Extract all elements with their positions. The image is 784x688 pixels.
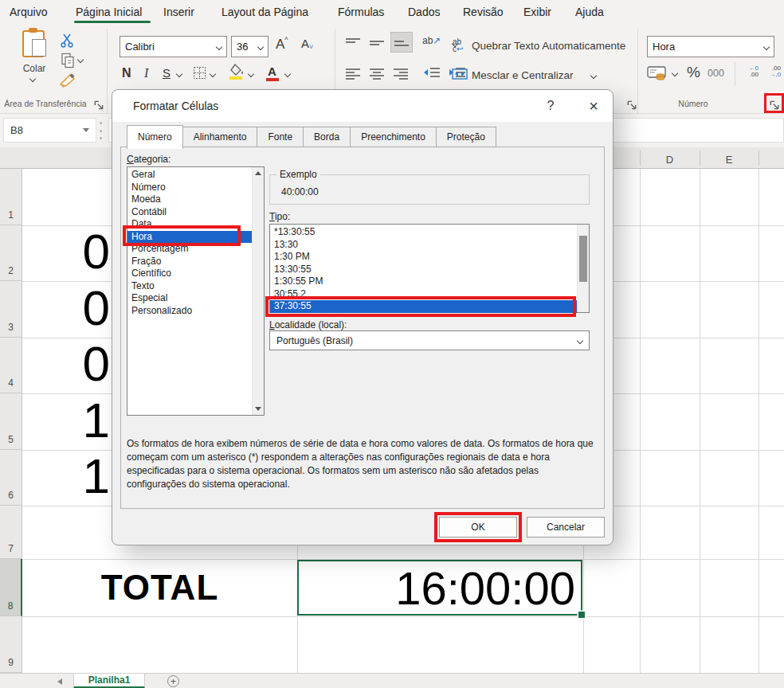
align-middle-icon[interactable] — [368, 37, 386, 49]
row-header-1[interactable]: 1 — [0, 169, 22, 225]
row-header-2[interactable]: 2 — [0, 225, 22, 281]
merge-center-button[interactable]: Mesclar e Centralizar — [472, 69, 574, 81]
decrease-decimal-button[interactable]: .00→,0 — [763, 65, 781, 78]
menu-item-dados[interactable]: Dados — [408, 0, 440, 24]
align-top-icon[interactable] — [344, 37, 362, 49]
italic-button[interactable]: I — [144, 66, 148, 80]
row-header-5[interactable]: 5 — [0, 393, 22, 450]
clipboard-dialog-launcher-icon[interactable] — [93, 100, 104, 111]
tab-numero[interactable]: Número — [127, 125, 183, 149]
copy-icon[interactable] — [61, 53, 75, 68]
wrap-text-button[interactable]: Quebrar Texto Automaticamente — [472, 40, 625, 52]
category-scrollbar[interactable] — [252, 167, 264, 415]
align-left-icon[interactable] — [344, 67, 362, 80]
menu-item-revisao[interactable]: Revisão — [463, 0, 504, 24]
row-header-8[interactable]: 8 — [0, 559, 22, 616]
row-header-4[interactable]: 4 — [0, 338, 22, 393]
menu-item-exibir[interactable]: Exibir — [523, 0, 551, 24]
type-item-5[interactable]: 30:55.2 — [270, 288, 577, 301]
type-scrollbar[interactable] — [577, 225, 589, 312]
format-painter-icon[interactable] — [59, 73, 76, 89]
cell-a8-total[interactable]: TOTAL — [22, 559, 297, 616]
menu-item-layout[interactable]: Layout da Página — [221, 0, 308, 24]
grow-font-button[interactable]: A^ — [276, 37, 288, 53]
merge-dropdown-chevron-icon[interactable] — [591, 73, 596, 78]
font-color-button[interactable]: A — [268, 64, 276, 78]
underline-dropdown-chevron-icon[interactable] — [177, 72, 182, 76]
shrink-font-button[interactable]: A˅ — [301, 37, 313, 50]
fill-handle[interactable] — [578, 612, 585, 618]
add-sheet-button[interactable]: + — [167, 675, 179, 687]
category-item-especial[interactable]: Especial — [127, 292, 252, 305]
column-header-d[interactable]: D — [640, 147, 700, 168]
cancel-button[interactable]: Cancelar — [527, 517, 605, 538]
alignment-dialog-launcher-icon[interactable] — [626, 100, 637, 111]
ok-button[interactable]: OK — [439, 517, 517, 538]
type-item-2[interactable]: 1:30 PM — [270, 251, 577, 264]
paste-button[interactable]: Colar — [14, 62, 54, 75]
orientation-icon[interactable]: ab↗ — [422, 35, 441, 46]
cell-a4[interactable]: 0 — [22, 338, 112, 393]
bold-button[interactable]: N — [122, 66, 131, 80]
scroll-up-icon[interactable] — [255, 171, 261, 175]
accounting-format-icon[interactable] — [647, 65, 668, 81]
name-box-dropdown-icon[interactable] — [83, 128, 89, 132]
category-item-data[interactable]: Data — [127, 218, 252, 231]
number-format-combo[interactable]: Hora — [647, 36, 774, 57]
category-item-moeda[interactable]: Moeda — [127, 194, 252, 206]
dialog-close-button[interactable]: × — [580, 94, 607, 118]
align-bottom-button-active[interactable] — [390, 32, 413, 53]
category-item-geral[interactable]: Geral — [127, 169, 252, 182]
font-size-combo[interactable]: 36 — [231, 36, 269, 57]
row-header-7[interactable]: 7 — [0, 506, 22, 559]
locale-combo[interactable]: Português (Brasil) — [269, 330, 590, 350]
name-box[interactable]: B8 — [3, 118, 96, 143]
category-item-fracao[interactable]: Fração — [127, 256, 252, 268]
type-item-selected[interactable]: 37:30:55 — [270, 300, 577, 313]
row-header-6[interactable]: 6 — [0, 450, 22, 506]
locale-dropdown-chevron-icon[interactable] — [577, 337, 583, 343]
cell-a6[interactable]: 1 — [22, 450, 112, 506]
type-item-0[interactable]: *13:30:55 — [270, 226, 577, 239]
tab-protecao[interactable]: Proteção — [436, 127, 496, 147]
tab-fonte[interactable]: Fonte — [257, 127, 304, 147]
accounting-dropdown-chevron-icon[interactable] — [672, 71, 677, 76]
tab-preenchimento[interactable]: Preenchimento — [350, 127, 437, 147]
borders-dropdown-chevron-icon[interactable] — [210, 72, 215, 76]
decrease-indent-icon[interactable] — [422, 67, 441, 80]
row-header-9[interactable]: 9 — [0, 616, 22, 673]
comma-style-button[interactable]: 000 — [708, 68, 724, 79]
type-item-3[interactable]: 13:30:55 — [270, 264, 577, 276]
cell-a2[interactable]: 0 — [22, 225, 112, 281]
scroll-thumb[interactable] — [579, 236, 587, 282]
menu-item-ajuda[interactable]: Ajuda — [575, 0, 604, 24]
merge-center-icon[interactable] — [452, 68, 468, 80]
scroll-down-icon[interactable] — [255, 407, 261, 411]
category-item-numero[interactable]: Número — [127, 182, 252, 194]
paste-dropdown-chevron-icon[interactable] — [30, 76, 35, 81]
menu-item-inserir[interactable]: Inserir — [163, 0, 194, 24]
sheet-nav-prev-icon[interactable] — [57, 678, 62, 685]
percent-style-button[interactable]: % — [687, 64, 700, 81]
category-listbox[interactable]: Geral Número Moeda Contábil Data Hora Po… — [127, 166, 265, 416]
fill-color-icon[interactable] — [229, 64, 244, 76]
category-item-cientifico[interactable]: Científico — [127, 268, 252, 280]
type-item-4[interactable]: 1:30:55 PM — [270, 276, 577, 288]
font-name-combo[interactable]: Calibri — [120, 36, 227, 57]
tab-alinhamento[interactable]: Alinhamento — [182, 127, 258, 147]
fill-dropdown-chevron-icon[interactable] — [249, 72, 253, 76]
increase-decimal-button[interactable]: ←0.00 — [741, 65, 759, 78]
category-item-personalizado[interactable]: Personalizado — [127, 305, 252, 318]
menu-item-formulas[interactable]: Fórmulas — [338, 0, 384, 24]
cell-a3[interactable]: 0 — [22, 281, 112, 338]
tab-borda[interactable]: Borda — [303, 127, 351, 147]
sheet-tab-planilha1[interactable]: Planilha1 — [73, 674, 145, 688]
formula-bar-handle[interactable] — [100, 122, 104, 139]
category-item-contabil[interactable]: Contábil — [127, 206, 252, 219]
category-item-hora-selected[interactable]: Hora — [127, 231, 252, 244]
copy-dropdown-chevron-icon[interactable] — [78, 57, 83, 62]
dialog-help-button[interactable]: ? — [537, 94, 564, 118]
column-header-e[interactable]: E — [700, 147, 759, 168]
type-listbox[interactable]: *13:30:55 13:30 1:30 PM 13:30:55 1:30:55… — [269, 224, 590, 313]
borders-icon[interactable] — [193, 66, 206, 80]
